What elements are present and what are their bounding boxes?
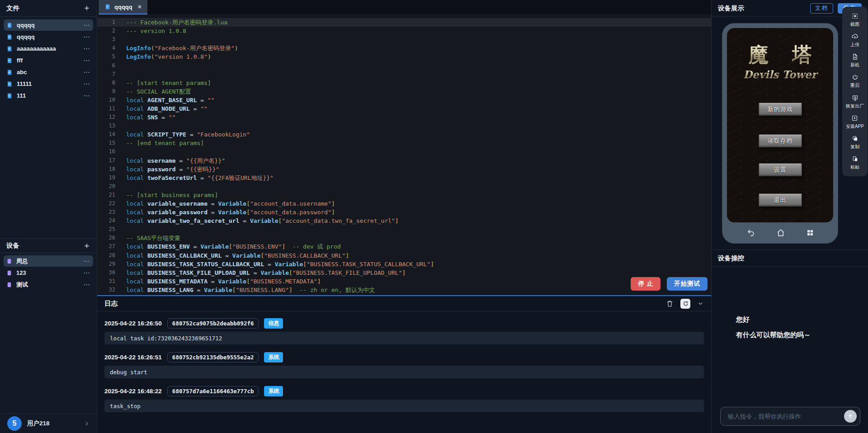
file-name: 11111 bbox=[17, 80, 32, 87]
file-item-qqqqq[interactable]: qqqqq··· bbox=[4, 31, 93, 42]
tool-copy[interactable]: 复制 bbox=[850, 135, 859, 150]
log-timestamp: 2025-04-22 16:48:22 bbox=[104, 388, 162, 395]
code-line-27[interactable]: 27local BUSINESS_ENV = Variable["BUSINES… bbox=[97, 242, 711, 251]
code-line-11[interactable]: 11local ADB_NODE_URL = "" bbox=[97, 104, 711, 113]
log-timestamp: 2025-04-22 16:26:50 bbox=[104, 320, 162, 327]
start-test-button[interactable]: 开始测试 bbox=[667, 277, 708, 291]
more-icon[interactable]: ··· bbox=[84, 81, 90, 87]
more-icon[interactable]: ··· bbox=[84, 93, 90, 99]
more-icon[interactable]: ··· bbox=[84, 258, 90, 264]
file-item-fff[interactable]: fff··· bbox=[4, 55, 93, 66]
more-icon[interactable]: ··· bbox=[84, 34, 90, 40]
code-line-23[interactable]: 23local variable_password = Variable["ac… bbox=[97, 208, 711, 216]
home-icon[interactable] bbox=[776, 228, 785, 237]
auto-refresh-toggle[interactable] bbox=[680, 299, 690, 309]
code-line-31[interactable]: 31local BUSINESS_METADATA = Variable["BU… bbox=[97, 277, 711, 286]
more-icon[interactable]: ··· bbox=[84, 57, 90, 64]
close-icon[interactable]: × bbox=[138, 3, 142, 10]
code-line-29[interactable]: 29local BUSINESS_TASK_STATUS_CALLBACK_UR… bbox=[97, 260, 711, 268]
code-line-18[interactable]: 18local password = "{{密码}}" bbox=[97, 165, 711, 174]
device-item-测试[interactable]: 测试··· bbox=[4, 279, 93, 290]
game-button-2[interactable]: 读取存档 bbox=[759, 134, 802, 147]
tab-qqqqq[interactable]: qqqqq × bbox=[99, 0, 147, 14]
line-number: 11 bbox=[97, 104, 115, 113]
code-line-6[interactable]: 6 bbox=[97, 61, 711, 70]
device-item-周总[interactable]: 周总··· bbox=[4, 255, 93, 267]
tool-restart[interactable]: 重启 bbox=[850, 74, 859, 89]
more-icon[interactable]: ··· bbox=[84, 22, 90, 28]
code-line-3[interactable]: 3 bbox=[97, 35, 711, 44]
code-line-14[interactable]: 14local SCRIPT_TYPE = "FacebookLogin" bbox=[97, 130, 711, 139]
device-screen-mirror[interactable]: 魔 塔 Devils Tower 新的游戏读取存档设置退出 bbox=[722, 24, 838, 243]
code-line-13[interactable]: 13 bbox=[97, 122, 711, 130]
game-button-1[interactable]: 新的游戏 bbox=[759, 103, 802, 116]
code-line-19[interactable]: 19local twoFaSecretUrl = "{{2FA验证URL地址}}… bbox=[97, 174, 711, 182]
tool-new-device[interactable]: 新机 bbox=[850, 53, 859, 68]
code-line-17[interactable]: 17local username = "{{用户名}}" bbox=[97, 156, 711, 165]
code-line-15[interactable]: 15-- [end tenant params] bbox=[97, 139, 711, 147]
tool-paste[interactable]: 粘贴 bbox=[850, 155, 859, 170]
stop-button[interactable]: 停 止 bbox=[631, 277, 660, 291]
code-line-21[interactable]: 21-- [start business params] bbox=[97, 191, 711, 199]
code-line-22[interactable]: 22local variable_username = Variable["ac… bbox=[97, 199, 711, 208]
add-device-icon[interactable] bbox=[83, 242, 90, 249]
game-button-4[interactable]: 退出 bbox=[759, 193, 802, 207]
more-icon[interactable]: ··· bbox=[84, 46, 90, 52]
tool-screenshot[interactable]: 截图 bbox=[850, 13, 859, 28]
code-line-5[interactable]: 5LogInfo("version 1.0.8") bbox=[97, 52, 711, 61]
add-file-icon[interactable] bbox=[83, 5, 90, 12]
line-number: 5 bbox=[97, 52, 115, 61]
line-number: 27 bbox=[97, 242, 115, 251]
file-icon bbox=[6, 57, 13, 64]
code-line-30[interactable]: 30local BUSINESS_TASK_FILE_UPLOAD_URL = … bbox=[97, 268, 711, 277]
log-timestamp: 2025-04-22 16:26:51 bbox=[104, 354, 162, 361]
code-line-9[interactable]: 9-- SOCIAL AGENT配置 bbox=[97, 87, 711, 96]
code-line-4[interactable]: 4LogInfo("Facebook-用户名密码登录") bbox=[97, 44, 711, 52]
code-line-10[interactable]: 10local AGENT_BASE_URL = "" bbox=[97, 96, 711, 104]
code-line-7[interactable]: 7 bbox=[97, 70, 711, 79]
code-line-32[interactable]: 32local BUSINESS_LANG = Variable["BUSINE… bbox=[97, 286, 711, 294]
tool-label: 重启 bbox=[850, 82, 859, 89]
factory-reset-icon bbox=[852, 94, 859, 101]
tool-upload[interactable]: 上传 bbox=[850, 33, 859, 48]
code-line-28[interactable]: 28local BUSINESS_CALLBACK_URL = Variable… bbox=[97, 251, 711, 260]
file-name: qqqqq bbox=[17, 22, 35, 28]
code-line-24[interactable]: 24local variable_two_fa_secret_url = Var… bbox=[97, 216, 711, 225]
device-screen[interactable]: 魔 塔 Devils Tower 新的游戏读取存档设置退出 bbox=[727, 28, 833, 222]
trash-icon[interactable] bbox=[666, 300, 674, 307]
tool-install-app[interactable]: 安装APP bbox=[846, 115, 864, 130]
line-number: 28 bbox=[97, 251, 115, 260]
code-line-12[interactable]: 12local SNS = "" bbox=[97, 113, 711, 122]
code-line-1[interactable]: 1--- Facebook-用户名密码登录.lua bbox=[97, 18, 711, 27]
line-content: -- [start business params] bbox=[115, 191, 218, 199]
file-item-aaaaaaaaaaaa[interactable]: aaaaaaaaaaaa··· bbox=[4, 43, 93, 54]
code-editor[interactable]: 1--- Facebook-用户名密码登录.lua2--- version 1.… bbox=[97, 15, 711, 295]
install-app-icon bbox=[851, 115, 858, 122]
file-item-111[interactable]: 111··· bbox=[4, 90, 93, 101]
send-button[interactable] bbox=[844, 410, 857, 423]
more-icon[interactable]: ··· bbox=[84, 69, 90, 75]
more-icon[interactable]: ··· bbox=[84, 282, 90, 288]
code-line-8[interactable]: 8-- [start tenant params] bbox=[97, 79, 711, 87]
recent-apps-icon[interactable] bbox=[806, 229, 814, 237]
user-account-row[interactable]: 5 用户218 bbox=[0, 414, 97, 433]
line-number: 24 bbox=[97, 216, 115, 225]
command-input[interactable] bbox=[727, 413, 844, 420]
back-icon[interactable] bbox=[746, 228, 755, 237]
more-icon[interactable]: ··· bbox=[84, 270, 90, 276]
file-item-abc[interactable]: abc··· bbox=[4, 66, 93, 78]
code-line-2[interactable]: 2--- version 1.0.8 bbox=[97, 27, 711, 35]
device-item-123[interactable]: 123··· bbox=[4, 267, 93, 278]
tool-factory-reset[interactable]: 恢复出厂 bbox=[846, 94, 864, 109]
docs-button[interactable]: 文档 bbox=[810, 3, 833, 14]
device-name: 123 bbox=[16, 269, 26, 276]
file-item-11111[interactable]: 11111··· bbox=[4, 78, 93, 89]
code-line-25[interactable]: 25 bbox=[97, 225, 711, 234]
code-line-16[interactable]: 16 bbox=[97, 147, 711, 156]
line-content: -- SOCIAL AGENT配置 bbox=[115, 87, 191, 96]
code-line-26[interactable]: 26-- SAAS平台端变量 bbox=[97, 234, 711, 242]
file-item-qqqqq[interactable]: qqqqq··· bbox=[4, 19, 93, 31]
chevron-down-icon[interactable] bbox=[697, 300, 704, 307]
game-button-3[interactable]: 设置 bbox=[759, 163, 802, 176]
code-line-20[interactable]: 20 bbox=[97, 182, 711, 191]
